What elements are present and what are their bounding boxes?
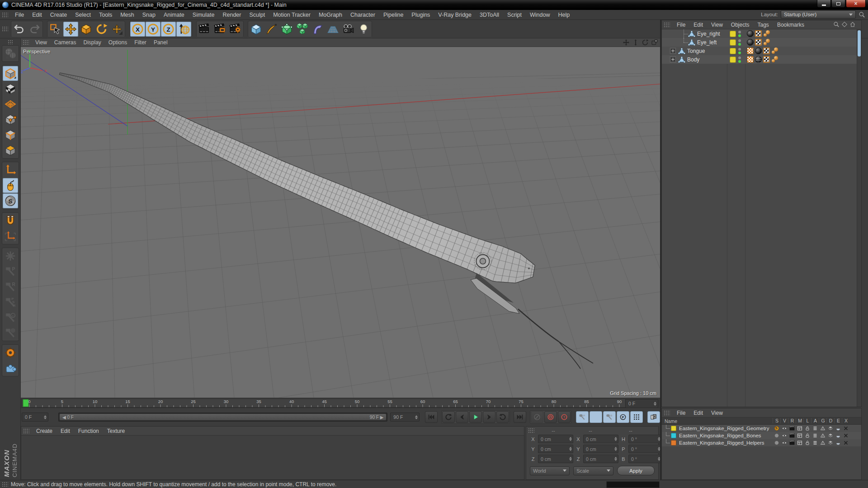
coord-position-input-0[interactable]: 0 cm [538,435,573,443]
menu-main-mesh[interactable]: Mesh [116,11,138,19]
layer-toggle-g[interactable] [819,426,826,432]
layer-color-swatch[interactable] [671,440,676,446]
visibility-dots[interactable] [738,56,741,63]
menu-main-script[interactable]: Script [503,11,526,19]
lock-y-button[interactable]: Y [146,22,160,37]
filter-icon[interactable] [841,21,848,28]
edges-mode-button[interactable] [3,127,18,142]
key-position-toggle-button[interactable]: P [576,411,589,423]
menu-object-manager-tags[interactable]: Tags [754,21,773,28]
coordinates-drag-handle[interactable] [528,428,534,433]
menu-main-pipeline[interactable]: Pipeline [379,11,407,19]
menu-main-help[interactable]: Help [554,11,574,19]
workplane-mode-button[interactable] [3,97,18,112]
spin-up-icon[interactable] [415,415,418,417]
prev-frame-button[interactable] [456,411,468,423]
points-mode-button[interactable] [3,112,18,127]
menu-viewport-view[interactable]: View [32,39,51,46]
jump-end-button[interactable] [514,411,526,423]
coord-scale-input-0[interactable]: 0 cm [583,435,618,443]
spin-down-icon[interactable] [415,418,418,419]
add-light-button[interactable] [356,22,371,37]
object-row-eye-left[interactable]: Eye_left [662,38,857,47]
add-environment-button[interactable] [326,22,340,37]
autokey-button[interactable]: ? [558,411,571,423]
layer-color-swatch[interactable] [671,433,676,438]
close-button[interactable]: × [846,0,866,8]
menu-material-manager-create[interactable]: Create [32,427,57,435]
lock-x-button[interactable]: X [130,22,145,37]
scale-button[interactable] [79,22,94,37]
object-row-body[interactable]: Body [662,55,857,64]
layer-toggle-x[interactable] [842,433,849,439]
spin-down-icon[interactable] [614,449,617,451]
key-scale-toggle-button[interactable] [590,411,602,423]
material-tag-icon[interactable] [747,39,754,46]
layer-toggle-m[interactable] [796,426,803,432]
axis-mode-button[interactable] [3,163,18,178]
layer-toggle-e[interactable] [834,433,842,439]
loop-button[interactable] [496,411,509,423]
menu-main-create[interactable]: Create [46,11,71,19]
vertical-splitter[interactable] [660,20,661,480]
menu-main-mograph[interactable]: MoGraph [315,11,346,19]
add-deformer-button[interactable] [310,22,325,37]
material-striped-tag-icon[interactable] [755,56,762,63]
menu-main-render[interactable]: Render [218,11,245,19]
menu-viewport-filter[interactable]: Filter [131,39,150,46]
spin-up-icon[interactable] [44,415,47,417]
editor-visibility-dot[interactable] [738,39,741,42]
toggle-layout-view-button[interactable] [651,39,658,46]
skin-tag-icon[interactable] [763,30,770,37]
search-icon[interactable] [833,21,840,28]
render-visibility-dot[interactable] [738,34,741,37]
layer-color-chip[interactable] [730,39,736,46]
viewport-canvas[interactable]: Perspective Grid Spacing : 10 cm YXZ [21,47,660,398]
layer-toggle-v[interactable] [780,433,788,439]
layer-toggle-s[interactable] [773,440,780,446]
last-tool-button[interactable] [109,22,124,37]
object-row-tongue[interactable]: Tongue [662,47,857,55]
playhead[interactable] [23,399,28,407]
snap-button[interactable]: S [3,193,18,208]
layer-toggle-x[interactable] [842,440,849,446]
menubar-drag-handle[interactable] [2,12,8,18]
status-bar-drag-handle[interactable] [2,482,8,487]
menu-material-manager-texture[interactable]: Texture [103,427,129,435]
object-manager-drag-handle[interactable] [664,22,670,28]
home-icon[interactable] [849,21,856,28]
render-picture-viewer-button[interactable] [212,22,227,37]
render-visibility-dot[interactable] [738,43,741,46]
coord-rotation-input-2[interactable]: 0 ° [628,455,662,463]
layer-color-chip[interactable] [730,31,736,37]
scrollbar-thumb[interactable] [858,30,861,56]
mode-toolbar-drag-handle[interactable] [8,40,13,44]
jump-start-button[interactable] [425,411,438,423]
layer-row-eastern-kingsnake-rigged-helpers[interactable]: Eastern_Kingsnake_Rigged_Helpers [662,439,861,446]
transform-mode-dropdown[interactable]: Scale [573,466,613,475]
spin-up-icon[interactable] [614,457,617,459]
rotate-view-view-button[interactable] [642,39,649,46]
spin-down-icon[interactable] [44,418,47,419]
magnet-button[interactable] [3,213,18,228]
layer-color-swatch[interactable] [671,426,676,431]
visibility-dots[interactable] [738,39,741,46]
menu-object-manager-bookmarks[interactable]: Bookmarks [773,21,808,28]
weight-tag-icon[interactable] [747,47,754,54]
script-tool-button[interactable] [3,345,18,360]
menu-object-manager-edit[interactable]: Edit [689,21,707,28]
undo-button[interactable] [12,22,27,37]
layer-toggle-s[interactable] [773,426,780,432]
layer-toggle-m[interactable] [796,440,803,446]
texture-mode-button[interactable] [3,81,18,96]
menu-main-3dtoall[interactable]: 3DToAll [476,11,503,19]
spin-up-icon[interactable] [569,457,572,459]
menu-object-manager-file[interactable]: File [673,21,689,28]
layer-toggle-l[interactable] [803,426,811,432]
layer-toggle-v[interactable] [780,426,788,432]
skin-tag-icon[interactable] [763,39,770,46]
frame-field[interactable]: 0 F [22,413,48,422]
current-frame-spinner[interactable]: 0 F [625,399,658,408]
layer-toggle-e[interactable] [834,440,842,446]
render-settings-button[interactable] [228,22,243,37]
